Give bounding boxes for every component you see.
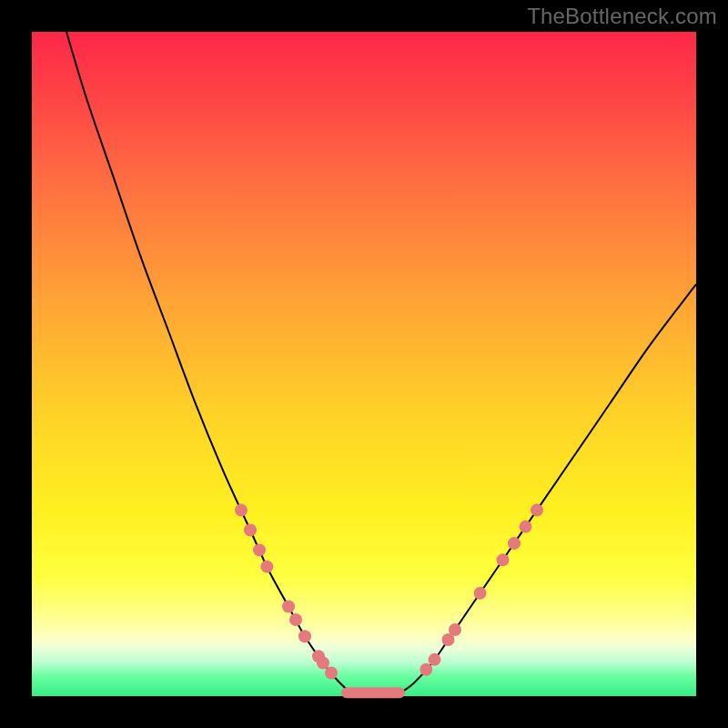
left-marker (253, 543, 266, 556)
chart-svg (32, 32, 696, 696)
valley-bar (341, 687, 405, 698)
right-marker (449, 623, 461, 636)
right-marker (531, 504, 543, 517)
left-marker (235, 504, 248, 517)
right-marker (420, 663, 432, 676)
right-marker (429, 653, 441, 666)
left-marker (244, 524, 257, 537)
right-marker (497, 553, 510, 566)
left-marker (298, 630, 311, 642)
right-curve (400, 284, 696, 693)
left-marker (282, 600, 295, 612)
left-marker (317, 657, 329, 670)
right-marker (474, 587, 487, 600)
left-marker (260, 561, 273, 573)
right-marker (508, 537, 521, 550)
chart-frame: TheBottleneck.com (0, 0, 728, 728)
left-marker (325, 666, 338, 679)
left-marker (289, 613, 302, 626)
left-curve (66, 32, 350, 693)
plot-area (32, 32, 696, 696)
watermark-text: TheBottleneck.com (527, 4, 717, 29)
right-marker (520, 521, 532, 533)
